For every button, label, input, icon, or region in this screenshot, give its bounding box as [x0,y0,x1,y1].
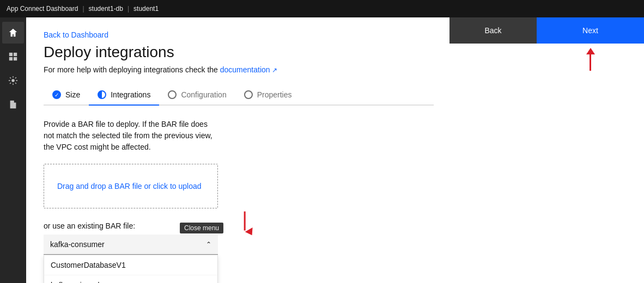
top-action-bar: Back Next [449,17,644,44]
svg-rect-3 [14,57,17,60]
step-size[interactable]: ✓ Size [44,85,89,104]
back-button[interactable]: Back [449,17,537,44]
close-menu-tooltip: Close menu [180,223,223,233]
description-text: Provide a BAR file to deploy. If the BAR… [44,119,218,153]
step-size-label: Size [65,90,80,99]
app-bar-separator: | [82,5,84,13]
page-title: Deploy integrations [44,44,434,61]
sidebar-icon-document[interactable] [2,94,24,115]
sidebar-icon-home[interactable] [2,22,24,44]
next-button[interactable]: Next [537,17,644,44]
dropdown-trigger[interactable]: kafka-consumer ⌃ Close menu [44,235,218,255]
step-integrations-icon [98,90,106,99]
step-properties-icon [244,90,253,99]
main-layout: Back Next Back to Dashboard Deploy integ… [0,17,644,283]
dropzone-text: Drag and drop a BAR file or click to upl… [57,182,202,190]
dropdown-menu: CustomerDatabaseV1 kafka-api-producer ka… [44,255,218,283]
app-db: student1-db [89,5,123,13]
step-properties[interactable]: Properties [235,85,301,104]
dropdown-item-1[interactable]: kafka-api-producer [44,275,217,283]
step-configuration-icon [168,90,177,99]
next-arrow-annotation [586,48,595,71]
sidebar [0,17,26,283]
existing-bar-label: or use an existing BAR file: [44,222,434,230]
step-integrations[interactable]: Integrations [89,85,159,106]
app-bar-separator2: | [127,5,129,13]
progress-bar: ✓ Size Integrations Configuration Proper… [44,85,434,106]
step-configuration-label: Configuration [181,90,226,99]
content-area: Back Next Back to Dashboard Deploy integ… [26,17,644,283]
step-configuration[interactable]: Configuration [159,85,235,104]
app-bar: App Connect Dashboard | student1-db | st… [0,0,644,17]
svg-rect-2 [9,57,13,60]
dropdown-container: kafka-consumer ⌃ Close menu CustomerData… [44,235,218,255]
dropzone[interactable]: Drag and drop a BAR file or click to upl… [44,164,218,208]
step-properties-label: Properties [257,90,292,99]
app-user: student1 [133,5,159,13]
svg-rect-0 [9,53,13,56]
svg-rect-1 [14,53,17,56]
app-name: App Connect Dashboard [7,5,78,13]
page-content: Back to Dashboard Deploy integrations Fo… [26,17,451,268]
step-size-icon: ✓ [52,90,61,99]
chevron-up-icon: ⌃ [206,241,211,248]
dropdown-selected-value: kafka-consumer [50,240,206,249]
step-integrations-label: Integrations [111,90,150,99]
svg-point-4 [11,79,14,82]
dropdown-item-0[interactable]: CustomerDatabaseV1 [44,255,217,275]
sidebar-icon-tools[interactable] [2,70,24,91]
page-subtitle: For more help with deploying integration… [44,65,434,74]
documentation-link[interactable]: documentation [220,65,277,74]
sidebar-icon-grid[interactable] [2,46,24,67]
back-to-dashboard-link[interactable]: Back to Dashboard [44,30,108,39]
